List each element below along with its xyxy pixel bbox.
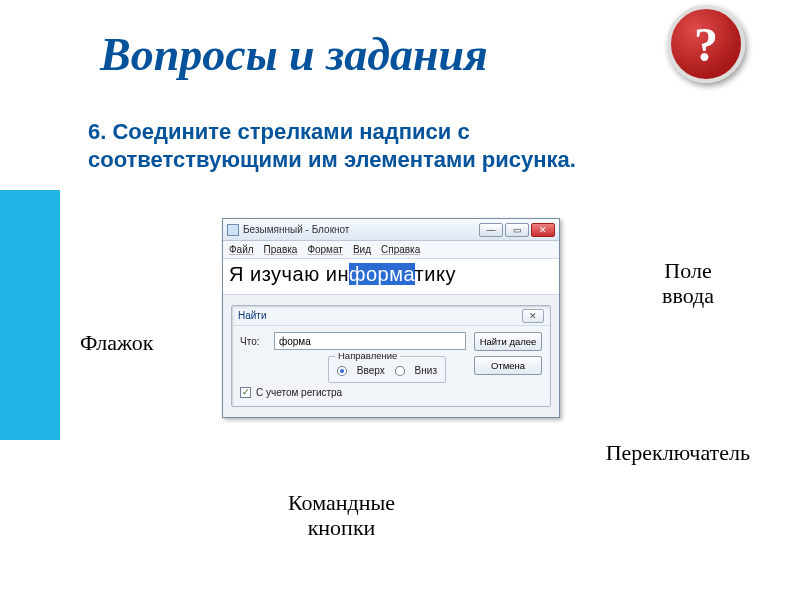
question-mark-icon: ?	[694, 17, 718, 72]
radio-up-label: Вверх	[357, 365, 385, 376]
side-stripe	[0, 190, 60, 440]
menu-edit[interactable]: Правка	[264, 244, 298, 255]
window-buttons: — ▭ ✕	[479, 223, 555, 237]
radio-up[interactable]	[337, 366, 347, 376]
close-button[interactable]: ✕	[531, 223, 555, 237]
text-before: Я изучаю ин	[229, 263, 349, 285]
notepad-window: Безымянный - Блокнот — ▭ ✕ Файл Правка Ф…	[222, 218, 560, 418]
case-checkbox-label: С учетом регистра	[256, 387, 342, 398]
maximize-button[interactable]: ▭	[505, 223, 529, 237]
direction-group-title: Направление	[335, 350, 400, 361]
titlebar: Безымянный - Блокнот — ▭ ✕	[223, 219, 559, 241]
label-command-buttons: Командные кнопки	[288, 490, 395, 541]
cancel-button[interactable]: Отмена	[474, 356, 542, 375]
text-after: тику	[415, 263, 456, 285]
text-area[interactable]: Я изучаю информатику	[223, 259, 559, 295]
find-what-input[interactable]	[274, 332, 466, 350]
label-flag: Флажок	[80, 330, 153, 356]
radio-down-label: Вниз	[415, 365, 437, 376]
app-icon	[227, 224, 239, 236]
text-selected: форма	[349, 263, 415, 285]
label-input-field: Поле ввода	[662, 258, 714, 309]
find-next-button[interactable]: Найти далее	[474, 332, 542, 351]
find-close-button[interactable]: ✕	[522, 309, 544, 323]
find-titlebar: Найти ✕	[232, 306, 550, 326]
radio-down[interactable]	[395, 366, 405, 376]
menu-format[interactable]: Формат	[307, 244, 343, 255]
case-checkbox[interactable]	[240, 387, 251, 398]
label-switch: Переключатель	[606, 440, 750, 466]
menu-file[interactable]: Файл	[229, 244, 254, 255]
minimize-button[interactable]: —	[479, 223, 503, 237]
page-title: Вопросы и задания	[100, 28, 488, 81]
direction-group: Направление Вверх Вниз	[328, 356, 446, 383]
menubar: Файл Правка Формат Вид Справка	[223, 241, 559, 259]
instruction-text: 6. Соедините стрелками надписи с соответ…	[88, 118, 648, 173]
help-badge: ?	[667, 5, 745, 83]
window-title: Безымянный - Блокнот	[243, 224, 479, 235]
find-dialog: Найти ✕ Что: Направление Вверх Вниз	[231, 305, 551, 407]
menu-help[interactable]: Справка	[381, 244, 420, 255]
find-title: Найти	[238, 310, 267, 321]
find-what-label: Что:	[240, 336, 268, 347]
menu-view[interactable]: Вид	[353, 244, 371, 255]
